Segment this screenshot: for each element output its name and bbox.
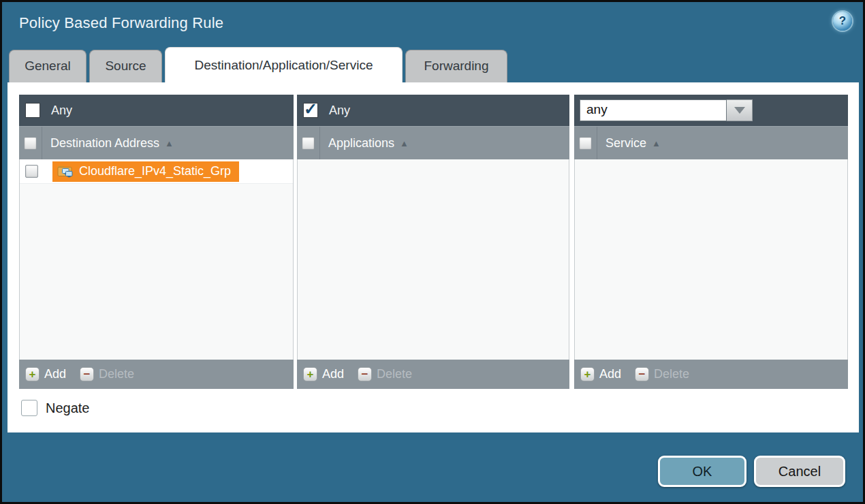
service-dropdown-value[interactable]: any [580, 99, 727, 121]
destination-address-column-header: Destination Address ▲ [19, 126, 294, 159]
sort-ascending-icon[interactable]: ▲ [400, 138, 409, 148]
tab-general[interactable]: General [9, 50, 86, 82]
any-label: Any [51, 104, 72, 118]
add-button[interactable]: + Add [580, 367, 621, 381]
minus-icon: − [80, 367, 94, 381]
destination-any-checkbox[interactable] [25, 103, 40, 118]
minus-icon: − [635, 367, 649, 381]
content-panel: Any Destination Address ▲ [7, 82, 859, 432]
applications-header-label[interactable]: Applications [328, 136, 394, 151]
service-dropdown-bar: any [574, 95, 848, 126]
tab-forwarding[interactable]: Forwarding [405, 50, 507, 82]
ok-button[interactable]: OK [658, 456, 746, 487]
list-item[interactable]: Cloudflare_IPv4_Static_Grp [20, 159, 293, 184]
row-checkbox[interactable] [25, 165, 38, 178]
add-button[interactable]: + Add [303, 367, 344, 381]
plus-icon: + [25, 367, 40, 381]
destination-address-header-label[interactable]: Destination Address [50, 136, 159, 151]
negate-row: Negate [21, 400, 90, 416]
tab-source[interactable]: Source [89, 50, 162, 82]
service-header-label[interactable]: Service [606, 136, 646, 151]
row-checkbox-cell [20, 165, 43, 178]
negate-label: Negate [46, 400, 90, 416]
service-select-all-checkbox[interactable] [579, 137, 592, 150]
negate-checkbox[interactable] [21, 400, 37, 416]
delete-button[interactable]: − Delete [635, 367, 689, 381]
plus-icon: + [580, 367, 595, 381]
applications-any-bar: ✓ Any [297, 95, 569, 126]
service-dropdown[interactable]: any [580, 99, 753, 121]
dropdown-button[interactable] [727, 99, 753, 121]
destination-select-all-checkbox[interactable] [24, 137, 37, 150]
service-column-header: Service ▲ [574, 126, 848, 159]
tab-bar: General Source Destination/Application/S… [2, 2, 863, 82]
applications-footer: + Add − Delete [297, 360, 569, 389]
service-panel: any Service ▲ + Add [574, 95, 848, 389]
checkmark-icon: ✓ [304, 103, 317, 115]
address-group-icon [57, 165, 74, 178]
sort-ascending-icon[interactable]: ▲ [165, 138, 174, 148]
delete-button[interactable]: − Delete [80, 367, 134, 381]
applications-panel: ✓ Any Applications ▲ + Add − Delete [297, 95, 569, 389]
add-button[interactable]: + Add [25, 367, 66, 381]
applications-select-all-checkbox[interactable] [302, 137, 315, 150]
destination-footer: + Add − Delete [19, 360, 294, 389]
delete-button[interactable]: − Delete [358, 367, 412, 381]
sort-ascending-icon[interactable]: ▲ [652, 138, 661, 148]
chevron-down-icon [734, 107, 745, 114]
policy-based-forwarding-rule-dialog: Policy Based Forwarding Rule ? General S… [0, 0, 865, 504]
applications-any-checkbox[interactable]: ✓ [303, 103, 318, 118]
minus-icon: − [358, 367, 372, 381]
destination-address-list: Cloudflare_IPv4_Static_Grp [19, 159, 294, 360]
applications-column-header: Applications ▲ [297, 126, 569, 159]
service-list [574, 159, 848, 360]
cancel-button[interactable]: Cancel [754, 456, 845, 487]
select-all-cell [297, 127, 320, 159]
plus-icon: + [303, 367, 317, 381]
select-all-cell [574, 127, 597, 159]
address-group-name: Cloudflare_IPv4_Static_Grp [79, 164, 231, 178]
tab-destination-application-service[interactable]: Destination/Application/Service [165, 47, 403, 82]
address-group-chip[interactable]: Cloudflare_IPv4_Static_Grp [52, 161, 239, 182]
service-footer: + Add − Delete [574, 360, 848, 389]
select-all-cell [19, 127, 42, 159]
applications-list [297, 159, 569, 360]
destination-any-bar: Any [19, 95, 294, 126]
any-label: Any [329, 104, 350, 118]
destination-address-panel: Any Destination Address ▲ [19, 95, 294, 389]
